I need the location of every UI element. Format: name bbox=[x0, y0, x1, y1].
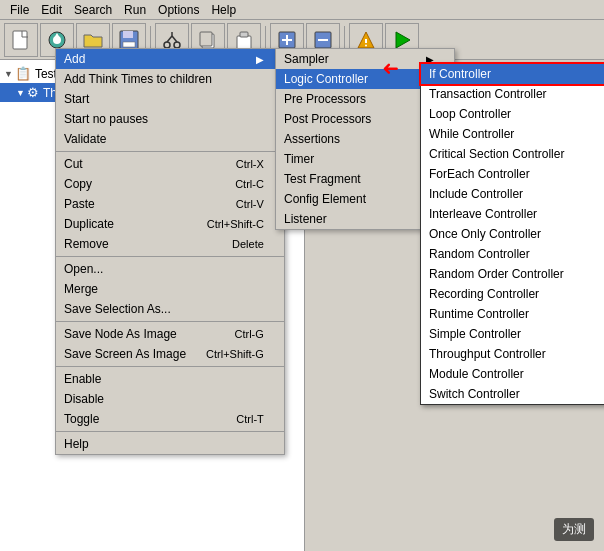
ctx-validate[interactable]: Validate bbox=[56, 129, 284, 149]
ctx-help[interactable]: Help bbox=[56, 434, 284, 454]
lc-recording-controller[interactable]: Recording Controller bbox=[421, 284, 604, 304]
ctx-sep-2 bbox=[56, 256, 284, 257]
ctx-toggle[interactable]: Toggle Ctrl-T bbox=[56, 409, 284, 429]
ctx-duplicate[interactable]: Duplicate Ctrl+Shift-C bbox=[56, 214, 284, 234]
watermark: 为测 bbox=[554, 518, 594, 541]
svg-rect-6 bbox=[123, 42, 135, 47]
lc-interleave-controller[interactable]: Interleave Controller bbox=[421, 204, 604, 224]
svg-rect-0 bbox=[13, 31, 27, 49]
ctx-addthinktimes[interactable]: Add Think Times to children bbox=[56, 69, 284, 89]
red-arrow-indicator: ➜ bbox=[382, 56, 399, 80]
ctx-savescreen[interactable]: Save Screen As Image Ctrl+Shift-G bbox=[56, 344, 284, 364]
svg-point-7 bbox=[164, 42, 170, 48]
ctx-copy[interactable]: Copy Ctrl-C bbox=[56, 174, 284, 194]
ctx-sep-3 bbox=[56, 321, 284, 322]
lc-random-order-controller[interactable]: Random Order Controller bbox=[421, 264, 604, 284]
menu-bar: File Edit Search Run Options Help bbox=[0, 0, 604, 20]
lc-once-only-controller[interactable]: Once Only Controller bbox=[421, 224, 604, 244]
submenu-logic-controllers: If Controller Transaction Controller Loo… bbox=[420, 63, 604, 405]
menu-run[interactable]: Run bbox=[118, 1, 152, 19]
ctx-saveselas[interactable]: Save Selection As... bbox=[56, 299, 284, 319]
lc-while-controller[interactable]: While Controller bbox=[421, 124, 604, 144]
menu-options[interactable]: Options bbox=[152, 1, 205, 19]
ctx-disable[interactable]: Disable bbox=[56, 389, 284, 409]
lc-switch-controller[interactable]: Switch Controller bbox=[421, 384, 604, 404]
lc-critical-section[interactable]: Critical Section Controller bbox=[421, 144, 604, 164]
svg-rect-14 bbox=[237, 36, 251, 49]
menu-search[interactable]: Search bbox=[68, 1, 118, 19]
ctx-start[interactable]: Start bbox=[56, 89, 284, 109]
menu-help[interactable]: Help bbox=[205, 1, 242, 19]
svg-point-8 bbox=[174, 42, 180, 48]
menu-edit[interactable]: Edit bbox=[35, 1, 68, 19]
lc-include-controller[interactable]: Include Controller bbox=[421, 184, 604, 204]
ctx-open[interactable]: Open... bbox=[56, 259, 284, 279]
context-menu: Add ▶ Add Think Times to children Start … bbox=[55, 48, 285, 455]
svg-rect-5 bbox=[123, 31, 133, 38]
ctx-enable[interactable]: Enable bbox=[56, 369, 284, 389]
ctx-remove[interactable]: Remove Delete bbox=[56, 234, 284, 254]
toolbar-new-btn[interactable] bbox=[4, 23, 38, 57]
lc-loop-controller[interactable]: Loop Controller bbox=[421, 104, 604, 124]
lc-runtime-controller[interactable]: Runtime Controller bbox=[421, 304, 604, 324]
ctx-startnopause[interactable]: Start no pauses bbox=[56, 109, 284, 129]
lc-simple-controller[interactable]: Simple Controller bbox=[421, 324, 604, 344]
svg-line-10 bbox=[172, 36, 177, 42]
lc-foreach-controller[interactable]: ForEach Controller bbox=[421, 164, 604, 184]
lc-module-controller[interactable]: Module Controller bbox=[421, 364, 604, 384]
svg-point-22 bbox=[365, 44, 367, 46]
threadgroup-icon: ⚙ bbox=[27, 85, 39, 100]
ctx-sep-4 bbox=[56, 366, 284, 367]
svg-line-9 bbox=[167, 36, 172, 42]
lc-if-controller[interactable]: If Controller bbox=[421, 64, 604, 84]
menu-file[interactable]: File bbox=[4, 1, 35, 19]
svg-rect-15 bbox=[240, 32, 248, 37]
ctx-saveas-image[interactable]: Save Node As Image Ctrl-G bbox=[56, 324, 284, 344]
ctx-cut[interactable]: Cut Ctrl-X bbox=[56, 154, 284, 174]
svg-rect-13 bbox=[200, 32, 212, 46]
testplan-icon: 📋 bbox=[15, 66, 31, 81]
lc-transaction-controller[interactable]: Transaction Controller bbox=[421, 84, 604, 104]
ctx-merge[interactable]: Merge bbox=[56, 279, 284, 299]
ctx-sep-5 bbox=[56, 431, 284, 432]
svg-marker-23 bbox=[396, 32, 410, 48]
ctx-paste[interactable]: Paste Ctrl-V bbox=[56, 194, 284, 214]
ctx-sep-1 bbox=[56, 151, 284, 152]
app-window: File Edit Search Run Options Help bbox=[0, 0, 604, 551]
ctx-add[interactable]: Add ▶ bbox=[56, 49, 284, 69]
lc-random-controller[interactable]: Random Controller bbox=[421, 244, 604, 264]
lc-throughput-controller[interactable]: Throughput Controller bbox=[421, 344, 604, 364]
